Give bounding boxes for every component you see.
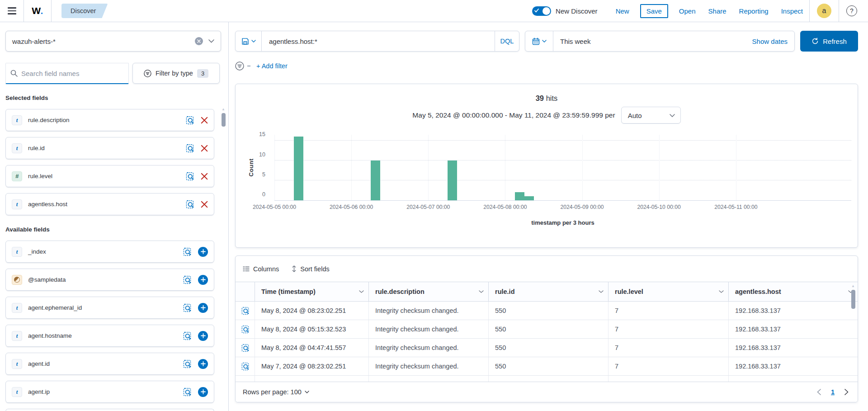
logo-dot: .	[40, 5, 43, 16]
next-page-button[interactable]	[844, 388, 849, 396]
inspect-field-icon[interactable]	[183, 331, 192, 340]
x-tick-label: 2024-05-08 00:00	[483, 204, 527, 210]
filters-icon[interactable]	[235, 61, 244, 71]
refresh-button[interactable]: Refresh	[800, 31, 858, 52]
selected-fields-list: t rule.description t rule.id # rule.leve…	[5, 109, 228, 215]
remove-field-icon[interactable]	[201, 173, 208, 180]
scroll-up-icon[interactable]: ▲	[851, 284, 855, 288]
topbar-right: New Discover New Save Open Share Reporti…	[532, 0, 862, 22]
expand-document-cell[interactable]	[236, 357, 255, 375]
add-field-icon[interactable]	[198, 331, 208, 341]
expand-document-cell[interactable]	[236, 320, 255, 338]
chart-bar[interactable]	[371, 161, 380, 200]
chevron-down-icon	[670, 114, 675, 117]
open-button[interactable]: Open	[679, 5, 696, 18]
remove-field-icon[interactable]	[201, 201, 208, 208]
remove-field-icon[interactable]	[201, 145, 208, 152]
clear-index-icon[interactable]	[195, 37, 203, 45]
add-field-icon[interactable]	[198, 275, 208, 285]
header-cell-agentless-host[interactable]: agentless.host	[728, 282, 858, 301]
menu-icon[interactable]	[0, 0, 24, 22]
add-field-icon[interactable]	[198, 247, 208, 257]
inspect-field-icon[interactable]	[185, 144, 194, 153]
field-list-item[interactable]: t rule.description	[5, 109, 214, 131]
search-input[interactable]	[21, 70, 124, 77]
header-cell-time[interactable]: Time (timestamp)	[255, 282, 368, 301]
index-pattern-selector[interactable]: wazuh-alerts-*	[5, 31, 221, 52]
chart-bar[interactable]	[294, 137, 303, 200]
columns-label: Columns	[253, 265, 279, 273]
inspect-field-icon[interactable]	[183, 387, 192, 397]
sidebar-scrollbar[interactable]: ▲	[221, 107, 226, 127]
table-row: May 7, 2024 @ 08:23:02.251 Integrity che…	[236, 357, 858, 376]
field-list-item[interactable]: t agent.ephemeral_id	[5, 297, 214, 319]
field-list-item[interactable]: t rule.id	[5, 137, 214, 159]
inspect-field-icon[interactable]	[183, 275, 192, 284]
inspect-field-icon[interactable]	[185, 172, 194, 181]
remove-field-icon[interactable]	[201, 117, 208, 124]
field-list-item[interactable]: # rule.level	[5, 165, 214, 187]
time-range-value[interactable]: This week	[553, 38, 752, 45]
field-list-item[interactable]: t agent.hostname	[5, 325, 214, 347]
cell-agentless-host: 192.168.33.137	[728, 357, 858, 375]
chart-bar[interactable]	[524, 196, 534, 200]
saved-queries-button[interactable]	[236, 31, 262, 51]
expand-document-cell[interactable]	[236, 302, 255, 320]
inspect-field-icon[interactable]	[185, 116, 194, 125]
field-search-row: Filter by type 3	[5, 63, 228, 84]
add-field-icon[interactable]	[198, 303, 208, 313]
header-cell-rule-description[interactable]: rule.description	[368, 282, 488, 301]
table-scrollbar[interactable]: ▲ ▼	[851, 284, 855, 386]
sort-fields-button[interactable]: Sort fields	[292, 265, 329, 273]
header-cell-rule-id[interactable]: rule.id	[488, 282, 608, 301]
rows-per-page-button[interactable]: Rows per page: 100	[243, 388, 309, 396]
avatar[interactable]: a	[817, 4, 831, 18]
field-list-item[interactable]: @sampledata	[5, 269, 214, 291]
field-list-item[interactable]: t agent.id	[5, 353, 214, 375]
new-button[interactable]: New	[616, 5, 629, 18]
field-list-item[interactable]: t agent.ip	[5, 381, 214, 403]
close-icon	[197, 39, 201, 43]
save-button[interactable]: Save	[640, 4, 668, 18]
chevron-down-icon	[208, 39, 214, 43]
inspect-field-icon[interactable]	[185, 200, 194, 209]
inspect-button[interactable]: Inspect	[781, 5, 803, 18]
field-list-item[interactable]: t _index	[5, 241, 214, 263]
new-discover-toggle[interactable]	[532, 6, 551, 16]
add-field-icon[interactable]	[198, 359, 208, 369]
field-list-item[interactable]: t agentless.host	[5, 193, 214, 215]
scroll-up-icon[interactable]: ▲	[222, 107, 225, 112]
inspect-field-icon[interactable]	[183, 247, 192, 256]
x-tick-label: 2024-05-05 00:00	[253, 204, 296, 210]
scrollbar-thumb[interactable]	[851, 290, 855, 309]
cell-rule-id: 550	[488, 339, 608, 357]
tab-discover[interactable]: Discover	[61, 4, 108, 18]
field-name: agent.hostname	[28, 332, 176, 339]
table-row: May 8, 2024 @ 04:47:41.557 Integrity che…	[236, 339, 858, 357]
page-number[interactable]: 1	[831, 388, 835, 396]
inspect-field-icon[interactable]	[183, 359, 192, 368]
inspect-field-icon[interactable]	[183, 303, 192, 312]
interval-select[interactable]: Auto	[621, 107, 681, 124]
previous-page-button[interactable]	[816, 388, 822, 396]
field-type-icon: #	[12, 171, 22, 181]
query-input[interactable]	[262, 31, 495, 51]
field-search-box[interactable]	[5, 63, 129, 84]
chart-bar[interactable]	[515, 192, 524, 200]
header-cell-rule-level[interactable]: rule.level	[608, 282, 728, 301]
calendar-button[interactable]	[525, 31, 553, 51]
show-dates-button[interactable]: Show dates	[752, 38, 794, 45]
help-icon[interactable]: ?	[846, 5, 857, 16]
date-picker-group: This week Show dates	[525, 31, 795, 52]
reporting-button[interactable]: Reporting	[739, 5, 769, 18]
query-language-button[interactable]: DQL	[495, 31, 519, 51]
add-field-icon[interactable]	[198, 387, 208, 397]
add-filter-button[interactable]: + Add filter	[256, 62, 288, 70]
share-button[interactable]: Share	[708, 5, 726, 18]
chart-bar[interactable]	[448, 161, 457, 200]
filter-by-type-button[interactable]: Filter by type 3	[132, 63, 220, 84]
scrollbar-thumb[interactable]	[222, 113, 226, 127]
columns-button[interactable]: Columns	[243, 265, 279, 273]
wazuh-logo[interactable]: W.	[24, 5, 51, 16]
expand-document-cell[interactable]	[236, 339, 255, 357]
